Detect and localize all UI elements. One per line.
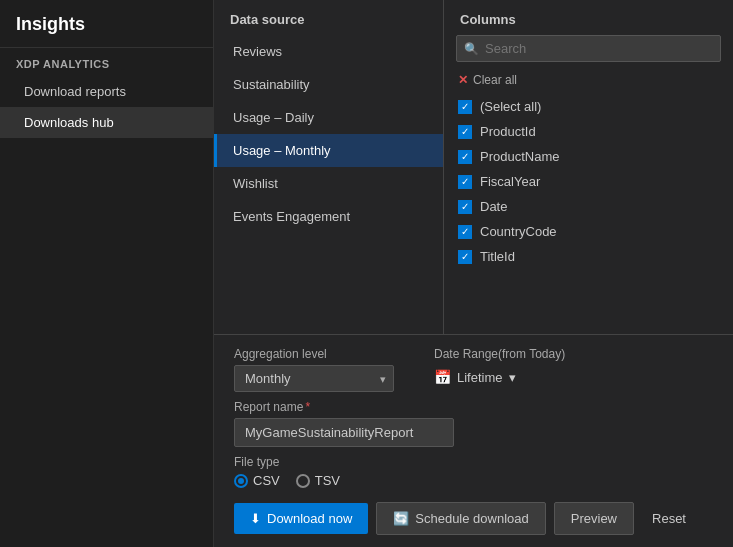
checkbox-date[interactable]: ✓ [458,200,472,214]
search-input[interactable] [456,35,721,62]
date-range-group: Date Range(from Today) 📅 Lifetime ▾ [434,347,565,389]
date-range-label: Date Range(from Today) [434,347,565,361]
checkbox-countrycode[interactable]: ✓ [458,225,472,239]
file-type-label: File type [234,455,713,469]
clear-icon: ✕ [458,73,468,87]
search-icon: 🔍 [464,42,479,56]
report-name-group: Report name* [234,400,713,447]
column-item-date[interactable]: ✓ Date [444,194,733,219]
data-source-item-reviews[interactable]: Reviews [214,35,443,68]
data-source-title: Data source [214,0,443,35]
column-item-countrycode[interactable]: ✓ CountryCode [444,219,733,244]
radio-circle-csv [234,474,248,488]
sidebar-section-label: XDP Analytics [0,48,213,76]
aggregation-group: Aggregation level Daily Monthly Yearly ▾ [234,347,394,392]
download-icon: ⬇ [250,511,261,526]
checkbox-fiscalyear[interactable]: ✓ [458,175,472,189]
app-title: Insights [0,0,213,48]
checkbox-productname[interactable]: ✓ [458,150,472,164]
columns-panel: Columns 🔍 ✕ Clear all ✓ (Select all) [444,0,733,334]
sidebar-item-downloads-hub[interactable]: Downloads hub [0,107,213,138]
clear-all-button[interactable]: ✕ Clear all [444,68,733,92]
data-source-panel: Data source Reviews Sustainability Usage… [214,0,444,334]
sidebar-item-download-reports[interactable]: Download reports [0,76,213,107]
data-source-item-usage-daily[interactable]: Usage – Daily [214,101,443,134]
data-source-item-events[interactable]: Events Engagement [214,200,443,233]
radio-csv[interactable]: CSV [234,473,280,488]
data-source-list: Reviews Sustainability Usage – Daily Usa… [214,35,443,334]
bottom-section: Aggregation level Daily Monthly Yearly ▾… [214,335,733,547]
controls-row-1: Aggregation level Daily Monthly Yearly ▾… [234,347,713,392]
column-item-productid[interactable]: ✓ ProductId [444,119,733,144]
aggregation-label: Aggregation level [234,347,394,361]
top-section: Data source Reviews Sustainability Usage… [214,0,733,335]
chevron-down-icon-date: ▾ [509,370,516,385]
radio-circle-tsv [296,474,310,488]
aggregation-select[interactable]: Daily Monthly Yearly [234,365,394,392]
columns-list: ✓ (Select all) ✓ ProductId ✓ ProductName [444,92,733,334]
sidebar: Insights XDP Analytics Download reports … [0,0,214,547]
main-content: Data source Reviews Sustainability Usage… [214,0,733,547]
calendar-icon: 📅 [434,369,451,385]
actions-row: ⬇ Download now 🔄 Schedule download Previ… [234,496,713,537]
schedule-download-button[interactable]: 🔄 Schedule download [376,502,545,535]
data-source-item-usage-monthly[interactable]: Usage – Monthly [214,134,443,167]
column-item-titleid[interactable]: ✓ TitleId [444,244,733,269]
date-range-button[interactable]: 📅 Lifetime ▾ [434,365,565,389]
report-name-input[interactable] [234,418,454,447]
data-source-item-sustainability[interactable]: Sustainability [214,68,443,101]
reset-button[interactable]: Reset [642,503,696,534]
checkbox-productid[interactable]: ✓ [458,125,472,139]
column-item-productname[interactable]: ✓ ProductName [444,144,733,169]
column-item-select-all[interactable]: ✓ (Select all) [444,94,733,119]
file-type-group: File type CSV TSV [234,455,713,488]
schedule-icon: 🔄 [393,511,409,526]
radio-tsv[interactable]: TSV [296,473,340,488]
report-name-label: Report name* [234,400,713,414]
preview-button[interactable]: Preview [554,502,634,535]
aggregation-dropdown-wrapper: Daily Monthly Yearly ▾ [234,365,394,392]
search-wrapper: 🔍 [456,35,721,62]
column-item-fiscalyear[interactable]: ✓ FiscalYear [444,169,733,194]
file-type-options: CSV TSV [234,473,713,488]
columns-title: Columns [444,0,733,35]
data-source-item-wishlist[interactable]: Wishlist [214,167,443,200]
checkbox-select-all[interactable]: ✓ [458,100,472,114]
download-now-button[interactable]: ⬇ Download now [234,503,368,534]
checkbox-titleid[interactable]: ✓ [458,250,472,264]
